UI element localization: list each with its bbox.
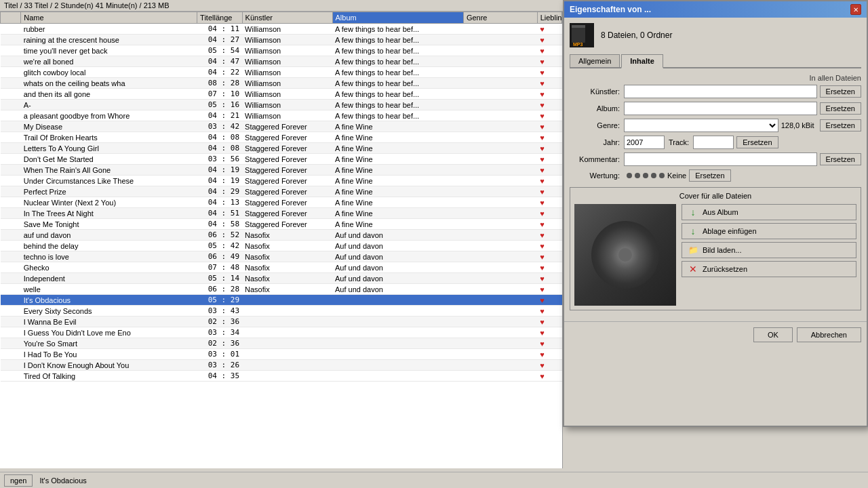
table-row[interactable]: In The Trees At Night04 : 51Staggered Fo…: [1, 208, 562, 219]
table-row[interactable]: When The Rain's All Gone04 : 19Staggered…: [1, 165, 562, 176]
track-favorite[interactable]: ♥: [537, 132, 561, 143]
ok-button[interactable]: OK: [753, 327, 793, 342]
rating-dot-5[interactable]: [659, 173, 665, 178]
track-favorite[interactable]: ♥: [537, 24, 561, 35]
track-favorite[interactable]: ♥: [537, 317, 561, 327]
table-row[interactable]: A-05 : 16WilliamsonA few things to hear …: [1, 100, 562, 110]
table-row[interactable]: I Wanna Be Evil02 : 36♥: [1, 317, 562, 327]
track-favorite[interactable]: ♥: [537, 143, 561, 154]
table-row[interactable]: Save Me Tonight04 : 58Staggered ForeverA…: [1, 219, 562, 230]
album-input[interactable]: [624, 102, 817, 115]
track-favorite[interactable]: ♥: [537, 306, 561, 317]
dialog-close-button[interactable]: ✕: [850, 4, 861, 15]
table-row[interactable]: Perfect Prize04 : 29Staggered ForeverA f…: [1, 186, 562, 197]
table-row[interactable]: Nuclear Winter (Next 2 You)04 : 13Stagge…: [1, 197, 562, 208]
track-favorite[interactable]: ♥: [537, 251, 561, 262]
table-row[interactable]: I Don't Know Enough About You03 : 26♥: [1, 360, 562, 371]
year-input[interactable]: [624, 136, 665, 149]
table-row[interactable]: we're all boned04 : 47WilliamsonA few th…: [1, 56, 562, 67]
table-row[interactable]: Letters To A Young Girl04 : 08Staggered …: [1, 143, 562, 154]
tab-allgemein[interactable]: Allgemein: [570, 54, 620, 67]
track-favorite[interactable]: ♥: [537, 262, 561, 273]
track-favorite[interactable]: ♥: [537, 121, 561, 132]
year-replace-button[interactable]: Ersetzen: [736, 136, 778, 148]
ablage-einfuegen-button[interactable]: ↓ Ablage einfügen: [682, 223, 856, 239]
track-favorite[interactable]: ♥: [537, 78, 561, 89]
track-favorite[interactable]: ♥: [537, 327, 561, 338]
table-row[interactable]: Don't Get Me Started03 : 56Staggered For…: [1, 154, 562, 165]
track-favorite[interactable]: ♥: [537, 67, 561, 78]
table-row[interactable]: glitch cowboy local04 : 22WilliamsonA fe…: [1, 67, 562, 78]
track-favorite[interactable]: ♥: [537, 284, 561, 295]
track-favorite[interactable]: ♥: [537, 154, 561, 165]
table-row[interactable]: a pleasant goodbye from Whore04 : 21Will…: [1, 110, 562, 121]
table-row[interactable]: auf und davon06 : 52NasofixAuf und davon…: [1, 230, 562, 241]
track-favorite[interactable]: ♥: [537, 349, 561, 360]
track-favorite[interactable]: ♥: [537, 56, 561, 67]
table-row[interactable]: raining at the crescent house04 : 27Will…: [1, 35, 562, 45]
comment-input[interactable]: [624, 152, 817, 166]
track-favorite[interactable]: ♥: [537, 89, 561, 100]
track-favorite[interactable]: ♥: [537, 338, 561, 349]
table-row[interactable]: You're So Smart02 : 36♥: [1, 338, 562, 349]
genre-select[interactable]: [624, 119, 778, 132]
zuruecksetzen-button[interactable]: ✕ Zurücksetzen: [682, 261, 856, 277]
col-header-nr[interactable]: [1, 12, 21, 24]
table-row[interactable]: and then its all gone07 : 10WilliamsonA …: [1, 89, 562, 100]
bild-laden-button[interactable]: 📁 Bild laden...: [682, 242, 856, 258]
table-row[interactable]: rubber04 : 11WilliamsonA few things to h…: [1, 24, 562, 35]
genre-replace-button[interactable]: Ersetzen: [820, 119, 861, 131]
track-input[interactable]: [693, 136, 734, 149]
track-favorite[interactable]: ♥: [537, 197, 561, 208]
rating-replace-button[interactable]: Ersetzen: [689, 169, 730, 182]
tab-inhalte[interactable]: Inhalte: [621, 54, 663, 68]
table-row[interactable]: It's Obdacious05 : 29♥: [1, 295, 562, 306]
track-favorite[interactable]: ♥: [537, 371, 561, 382]
table-row[interactable]: Tired Of Talking04 : 35♥: [1, 371, 562, 382]
track-favorite[interactable]: ♥: [537, 241, 561, 251]
track-favorite[interactable]: ♥: [537, 208, 561, 219]
table-row[interactable]: Independent05 : 14NasofixAuf und davon♥: [1, 273, 562, 284]
comment-replace-button[interactable]: Ersetzen: [820, 153, 861, 165]
table-row[interactable]: Under Circumstances Like These04 : 19Sta…: [1, 176, 562, 186]
col-header-name[interactable]: Name: [21, 12, 197, 24]
album-replace-button[interactable]: Ersetzen: [820, 102, 861, 115]
rating-dot-3[interactable]: [643, 173, 648, 178]
track-favorite[interactable]: ♥: [537, 100, 561, 110]
col-header-artist[interactable]: Künstler: [242, 12, 332, 24]
track-favorite[interactable]: ♥: [537, 176, 561, 186]
track-favorite[interactable]: ♥: [537, 45, 561, 56]
track-favorite[interactable]: ♥: [537, 110, 561, 121]
table-row[interactable]: Every Sixty Seconds03 : 43♥: [1, 306, 562, 317]
track-scroll[interactable]: Name Titellänge Künstler Album Genre Lie…: [0, 12, 562, 453]
col-header-fav[interactable]: Lieblingstit...: [537, 12, 561, 24]
table-row[interactable]: behind the delay05 : 42NasofixAuf und da…: [1, 241, 562, 251]
table-row[interactable]: I Guess You Didn't Love me Eno03 : 34♥: [1, 327, 562, 338]
track-favorite[interactable]: ♥: [537, 230, 561, 241]
track-favorite[interactable]: ♥: [537, 219, 561, 230]
track-favorite[interactable]: ♥: [537, 35, 561, 45]
track-favorite[interactable]: ♥: [537, 273, 561, 284]
table-row[interactable]: welle06 : 28NasofixAuf und davon♥: [1, 284, 562, 295]
col-header-album[interactable]: Album: [332, 12, 463, 24]
status-button[interactable]: ngen: [4, 474, 33, 487]
track-favorite[interactable]: ♥: [537, 295, 561, 306]
table-row[interactable]: whats on the ceiling beats wha08 : 28Wil…: [1, 78, 562, 89]
artist-replace-button[interactable]: Ersetzen: [820, 85, 861, 98]
artist-input[interactable]: [624, 85, 817, 98]
track-favorite[interactable]: ♥: [537, 165, 561, 176]
table-row[interactable]: Ghecko07 : 48NasofixAuf und davon♥: [1, 262, 562, 273]
track-favorite[interactable]: ♥: [537, 186, 561, 197]
rating-dot-2[interactable]: [635, 173, 640, 178]
col-header-time[interactable]: Titellänge: [197, 12, 242, 24]
rating-dot-4[interactable]: [651, 173, 656, 178]
table-row[interactable]: My Disease03 : 42Staggered ForeverA fine…: [1, 121, 562, 132]
table-row[interactable]: Trail Of Broken Hearts04 : 08Staggered F…: [1, 132, 562, 143]
col-header-genre[interactable]: Genre: [463, 12, 537, 24]
cancel-button[interactable]: Abbrechen: [797, 327, 861, 342]
track-favorite[interactable]: ♥: [537, 360, 561, 371]
table-row[interactable]: time you'll never get back05 : 54William…: [1, 45, 562, 56]
rating-dot-1[interactable]: [627, 173, 632, 178]
table-row[interactable]: techno is love06 : 49NasofixAuf und davo…: [1, 251, 562, 262]
aus-album-button[interactable]: ↓ Aus Album: [682, 204, 856, 220]
